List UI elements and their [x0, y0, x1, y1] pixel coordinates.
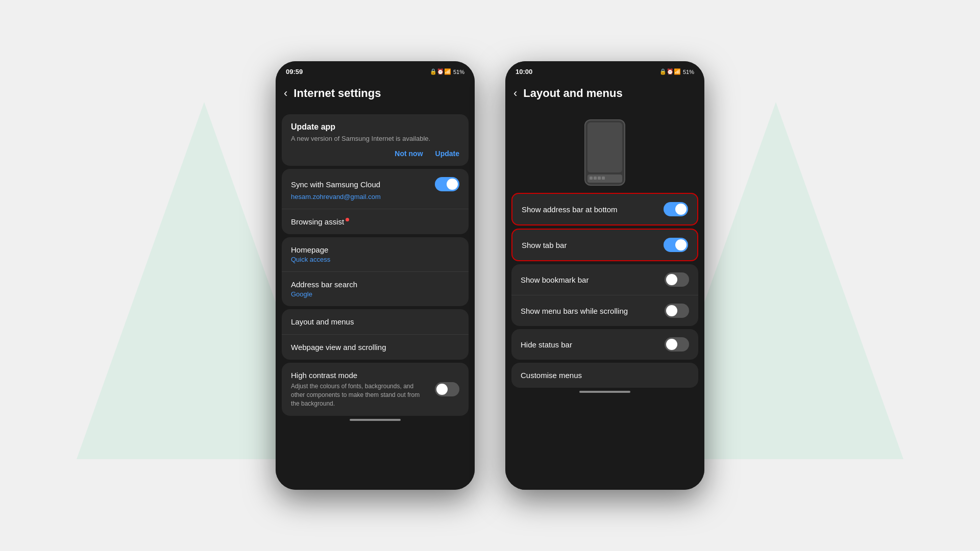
mockup-dot-1 [590, 177, 593, 180]
not-now-button[interactable]: Not now [395, 149, 423, 158]
hide-status-bar-title: Hide status bar [521, 340, 572, 349]
show-tab-bar-group: Show tab bar [511, 229, 698, 261]
show-tab-bar-title: Show tab bar [522, 241, 567, 249]
right-page-title: Layout and menus [523, 87, 622, 100]
menu-bars-title: Show menu bars while scrolling [521, 307, 628, 315]
high-contrast-title: High contrast mode [291, 371, 357, 380]
right-back-button[interactable]: ‹ [513, 87, 517, 100]
bookmark-bar-group: Show bookmark bar Show menu bars while s… [511, 264, 698, 326]
phone-mockup-screen [587, 122, 622, 172]
sync-toggle[interactable] [435, 177, 459, 191]
address-bar-subtitle: Google [291, 290, 459, 298]
left-content: Update app A new version of Samsung Inte… [276, 107, 475, 490]
update-button[interactable]: Update [435, 149, 459, 158]
left-page-title: Internet settings [293, 87, 381, 100]
tab-bar-toggle[interactable] [664, 238, 688, 252]
mockup-dot-2 [594, 177, 597, 180]
left-status-time: 09:59 [286, 68, 303, 76]
right-status-time: 10:00 [516, 68, 532, 76]
high-contrast-desc: Adjust the colours of fonts, backgrounds… [291, 382, 427, 408]
browsing-assist-item[interactable]: Browsing assist [282, 209, 469, 234]
phones-wrapper: 09:59 🔒⏰📶 51% ‹ Internet settings Update… [276, 61, 704, 490]
bookmark-bar-title: Show bookmark bar [521, 276, 589, 284]
sync-title: Sync with Samsung Cloud [291, 180, 380, 189]
update-buttons-row: Not now Update [291, 149, 459, 158]
bookmark-bar-toggle[interactable] [665, 272, 689, 287]
webpage-view-item[interactable]: Webpage view and scrolling [282, 335, 469, 360]
high-contrast-toggle[interactable] [435, 382, 459, 396]
settings-group-4: High contrast mode Adjust the colours of… [282, 363, 469, 416]
sync-toggle-knob [447, 179, 458, 190]
layout-menus-item[interactable]: Layout and menus [282, 309, 469, 335]
layout-menus-title: Layout and menus [291, 317, 459, 326]
phone-preview-area [505, 111, 704, 190]
right-phone: 10:00 🔒⏰📶 51% ‹ Layout and menus [505, 61, 704, 490]
sync-item[interactable]: Sync with Samsung Cloud hesam.zohrevand@… [282, 169, 469, 209]
hide-status-bar-group: Hide status bar [511, 329, 698, 360]
address-bar-knob [675, 204, 687, 215]
address-bar-bottom-item[interactable]: Show address bar at bottom [512, 194, 697, 224]
menu-bars-scrolling-item[interactable]: Show menu bars while scrolling [511, 295, 698, 326]
right-status-icons: 🔒⏰📶 51% [659, 68, 694, 75]
left-battery: 51% [453, 69, 464, 75]
bookmark-bar-item[interactable]: Show bookmark bar [511, 264, 698, 295]
phone-mockup-bar [587, 174, 622, 183]
left-page-header: ‹ Internet settings [276, 80, 475, 107]
phone-mockup [584, 119, 625, 186]
address-bar-bottom-title: Show address bar at bottom [522, 205, 618, 214]
high-contrast-knob [436, 384, 448, 395]
webpage-view-title: Webpage view and scrolling [291, 343, 459, 352]
high-contrast-item[interactable]: High contrast mode Adjust the colours of… [282, 363, 469, 416]
homepage-title: Homepage [291, 245, 459, 254]
customise-menus-title: Customise menus [521, 371, 582, 380]
hide-status-toggle[interactable] [665, 337, 689, 352]
mockup-dot-3 [598, 177, 601, 180]
sync-subtitle: hesam.zohrevand@gmail.com [291, 193, 459, 201]
right-status-bar: 10:00 🔒⏰📶 51% [505, 61, 704, 80]
homepage-item[interactable]: Homepage Quick access [282, 237, 469, 272]
notification-dot [346, 218, 349, 221]
settings-group-1: Sync with Samsung Cloud hesam.zohrevand@… [282, 169, 469, 234]
show-tab-bar-item[interactable]: Show tab bar [512, 230, 697, 260]
left-scroll-indicator [350, 419, 401, 421]
left-back-button[interactable]: ‹ [284, 87, 287, 100]
bookmark-bar-knob [666, 274, 677, 285]
mockup-dot-4 [602, 177, 605, 180]
left-phone: 09:59 🔒⏰📶 51% ‹ Internet settings Update… [276, 61, 475, 490]
address-bar-toggle[interactable] [664, 202, 688, 216]
right-status-symbols: 🔒⏰📶 [659, 68, 681, 75]
right-scroll-indicator [579, 391, 630, 393]
address-bar-item[interactable]: Address bar search Google [282, 272, 469, 306]
browsing-assist-title: Browsing assist [291, 217, 349, 226]
settings-group-2: Homepage Quick access Address bar search… [282, 237, 469, 306]
menu-bars-toggle[interactable] [665, 304, 689, 318]
customise-menus-item[interactable]: Customise menus [511, 363, 698, 388]
homepage-subtitle: Quick access [291, 256, 459, 263]
left-status-icons: 🔒⏰📶 51% [430, 68, 464, 75]
status-icons-symbols: 🔒⏰📶 [430, 68, 451, 75]
update-app-title: Update app [291, 122, 459, 132]
right-battery: 51% [683, 69, 694, 75]
tab-bar-knob [675, 239, 687, 251]
left-status-bar: 09:59 🔒⏰📶 51% [276, 61, 475, 80]
settings-group-3: Layout and menus Webpage view and scroll… [282, 309, 469, 360]
address-bar-title: Address bar search [291, 280, 459, 289]
hide-status-bar-item[interactable]: Hide status bar [511, 329, 698, 360]
right-page-header: ‹ Layout and menus [505, 80, 704, 107]
menu-bars-knob [666, 305, 677, 316]
hide-status-knob [666, 339, 677, 350]
address-bar-bottom-group: Show address bar at bottom [511, 193, 698, 226]
update-app-desc: A new version of Samsung Internet is ava… [291, 135, 459, 142]
customise-menus-group: Customise menus [511, 363, 698, 388]
right-content: Show address bar at bottom Show tab bar [505, 107, 704, 490]
update-app-group: Update app A new version of Samsung Inte… [282, 114, 469, 166]
